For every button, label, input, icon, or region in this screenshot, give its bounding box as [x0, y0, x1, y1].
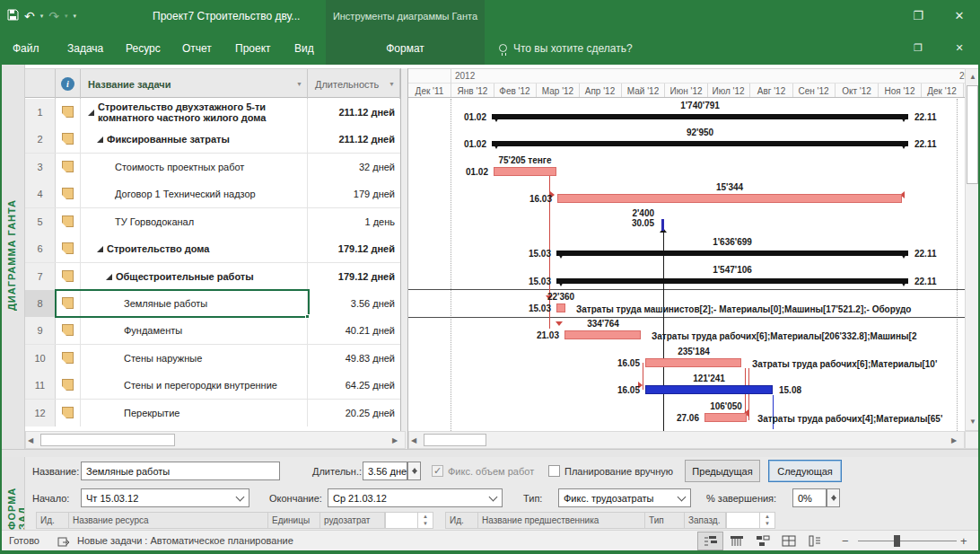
- summary-bar[interactable]: [492, 141, 908, 146]
- task-duration-cell[interactable]: 20.25 дней: [308, 400, 400, 426]
- table-row[interactable]: 7Общестроительные работы179.12 дней: [25, 263, 400, 291]
- row-number[interactable]: 6: [25, 235, 56, 262]
- undo-icon[interactable]: ↶: [24, 10, 35, 22]
- task-usage-view-button[interactable]: [723, 532, 749, 550]
- task-duration-cell[interactable]: 179 дней: [308, 180, 400, 207]
- tab-3[interactable]: Ресурс: [126, 31, 161, 65]
- row-number[interactable]: 1: [25, 99, 56, 126]
- undo-dropdown-icon[interactable]: ▾: [40, 13, 44, 20]
- predecessor-column-header[interactable]: Название предшественника: [478, 513, 645, 528]
- task-duration-cell[interactable]: 179.12 дней: [308, 263, 400, 290]
- tab-1[interactable]: Файл: [13, 31, 39, 65]
- timeline-month[interactable]: Окт '12: [836, 84, 879, 98]
- percent-spinner[interactable]: [827, 488, 840, 507]
- resource-grid-scrollbar[interactable]: ▲▼: [417, 512, 433, 529]
- timeline-month[interactable]: Май '12: [622, 84, 665, 98]
- note-icon[interactable]: [62, 188, 74, 199]
- note-icon[interactable]: [62, 106, 74, 118]
- task-duration-cell[interactable]: 179.12 дней: [308, 235, 400, 262]
- resource-column-header[interactable]: Ид.: [37, 513, 69, 528]
- new-tasks-mode-label[interactable]: Новые задачи : Автоматическое планирован…: [77, 535, 293, 546]
- task-duration-cell[interactable]: 32 дней: [308, 154, 400, 180]
- timeline-month[interactable]: Апр '12: [579, 84, 622, 98]
- form-view-strip[interactable]: ФОРМА ЗАД: [0, 457, 25, 530]
- restore-window-icon[interactable]: ❐: [905, 5, 932, 25]
- note-icon[interactable]: [62, 215, 74, 227]
- timeline-month[interactable]: Авг '12: [750, 84, 793, 98]
- task-bar[interactable]: [645, 385, 773, 394]
- timeline-month[interactable]: Дек '11: [408, 84, 451, 98]
- task-name-cell[interactable]: Перекрытие: [81, 400, 308, 426]
- table-row[interactable]: 5ТУ Горводоканал1 день: [25, 208, 400, 236]
- tab-4[interactable]: Отчет: [182, 31, 212, 65]
- scroll-down-icon[interactable]: ▼: [969, 418, 976, 426]
- fixed-work-checkbox[interactable]: ✓: [432, 465, 443, 477]
- pane-splitter[interactable]: [0, 449, 980, 457]
- zoom-slider-thumb[interactable]: [894, 535, 900, 547]
- note-icon[interactable]: [62, 270, 74, 282]
- timeline-month[interactable]: Дек '12: [921, 84, 964, 98]
- task-duration-cell[interactable]: 1 день: [308, 208, 400, 235]
- table-row[interactable]: 9Фундаменты40.21 дней: [25, 317, 400, 345]
- table-row[interactable]: 10Стены наружные49.83 дней: [25, 345, 400, 373]
- name-column-header[interactable]: Название задачи ▼: [81, 69, 308, 99]
- zoom-slider-track[interactable]: [858, 541, 957, 541]
- summary-bar[interactable]: [492, 114, 908, 119]
- vertical-scroll-thumb[interactable]: [967, 85, 978, 184]
- note-icon[interactable]: [62, 133, 74, 145]
- summary-bar[interactable]: [556, 278, 908, 284]
- duration-input[interactable]: 3.56 дней: [363, 462, 407, 480]
- table-scroll-thumb[interactable]: [40, 434, 175, 446]
- scroll-right-icon[interactable]: ▶: [392, 436, 398, 444]
- timeline-month[interactable]: Июн '12: [665, 84, 708, 98]
- task-duration-cell[interactable]: 49.83 дней: [308, 345, 400, 372]
- table-row[interactable]: 6Строительство дома179.12 дней: [25, 235, 400, 263]
- save-icon[interactable]: [7, 9, 19, 22]
- task-bar[interactable]: [645, 358, 741, 367]
- row-number[interactable]: 11: [25, 372, 56, 399]
- selection-fill-handle[interactable]: [305, 314, 310, 319]
- row-number[interactable]: 4: [25, 180, 56, 207]
- scroll-left-icon[interactable]: ◀: [28, 436, 33, 444]
- close-document-icon[interactable]: ✕: [946, 38, 973, 57]
- percent-complete-input[interactable]: 0%: [792, 488, 827, 507]
- task-bar[interactable]: [704, 413, 747, 422]
- duration-spinner[interactable]: [407, 462, 421, 480]
- tab-5[interactable]: Проект: [235, 31, 271, 65]
- note-icon[interactable]: [62, 407, 74, 418]
- close-window-icon[interactable]: ✕: [946, 5, 973, 25]
- timeline-month[interactable]: Сен '12: [792, 84, 836, 98]
- predecessor-column-header[interactable]: Запазд.: [685, 513, 726, 528]
- next-task-button[interactable]: Следующая: [768, 460, 842, 482]
- collapse-icon[interactable]: [97, 136, 103, 143]
- task-duration-cell[interactable]: 211.12 дней: [308, 99, 400, 126]
- row-number[interactable]: 7: [25, 263, 56, 290]
- new-task-mode-icon[interactable]: [57, 535, 70, 551]
- table-row[interactable]: 2Фиксированные затраты211.12 дней: [25, 126, 400, 154]
- table-row[interactable]: 12Перекрытие20.25 дней: [25, 400, 400, 426]
- table-chart-splitter[interactable]: [400, 68, 408, 449]
- tab-2[interactable]: Задача: [67, 31, 103, 65]
- task-bar[interactable]: [494, 167, 556, 176]
- resource-sheet-view-button[interactable]: [775, 532, 801, 550]
- row-number[interactable]: 10: [25, 345, 56, 372]
- task-duration-cell[interactable]: 211.12 дней: [308, 126, 400, 153]
- predecessor-column-header[interactable]: Тип: [645, 513, 685, 528]
- table-row[interactable]: 4Договор 1 Технический надзор179 дней: [25, 180, 400, 208]
- tell-me-box[interactable]: Что вы хотите сделать?: [499, 31, 633, 65]
- chart-horizontal-scrollbar[interactable]: ◀ ▶: [408, 431, 965, 449]
- timeline-month[interactable]: Янв '12: [451, 84, 494, 98]
- gantt-chart-view-button[interactable]: [697, 532, 723, 550]
- info-column-header[interactable]: i: [56, 69, 81, 99]
- row-number[interactable]: 8: [25, 290, 56, 317]
- timeline-month[interactable]: Фев '12: [494, 84, 537, 98]
- task-name-cell[interactable]: Договор 1 Технический надзор: [81, 180, 308, 207]
- duration-column-header[interactable]: Длительность ▼: [308, 69, 400, 99]
- qat-customize-icon[interactable]: ▾: [74, 13, 77, 20]
- note-icon[interactable]: [62, 352, 74, 364]
- table-row[interactable]: 3Стоимость проектных работ32 дней: [25, 154, 400, 181]
- chart-scroll-thumb[interactable]: [424, 434, 486, 446]
- timeline-month[interactable]: Ноя '12: [879, 84, 922, 98]
- task-bar[interactable]: [557, 194, 902, 203]
- row-number[interactable]: 3: [25, 154, 56, 180]
